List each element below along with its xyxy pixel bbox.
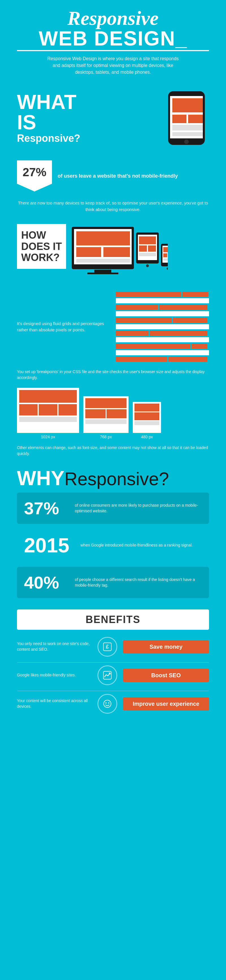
grid-bar-row: [116, 305, 209, 310]
stat-box-37: 37% of online consumers are more likely …: [17, 493, 209, 524]
grid-bar-row: [116, 318, 209, 323]
header-section: Responsive WEB DESIGN_ Responsive Web De…: [0, 0, 226, 81]
svg-point-34: [105, 702, 107, 703]
benefits-title: BENEFITS: [17, 609, 209, 630]
how-section: HOW DOES IT WORK?: [0, 218, 226, 286]
svg-rect-13: [76, 247, 101, 257]
svg-rect-7: [172, 132, 203, 136]
other-elements-text: Other elements can change, such as font-…: [0, 442, 226, 462]
money-icon: £: [102, 642, 113, 652]
svg-point-33: [103, 700, 111, 708]
grid-bar: [116, 344, 190, 349]
svg-rect-26: [163, 247, 168, 252]
header-description: Responsive Web Design is where you desig…: [45, 56, 181, 76]
svg-rect-19: [139, 236, 156, 244]
grid-bar-row: [116, 350, 209, 355]
responsive-subtext: Responsive?: [17, 132, 80, 144]
grid-bar-white: [116, 350, 209, 355]
benefit-1-text: You only need to work on one site's code…: [17, 641, 92, 652]
benefit-row-3: Your content will be consistent across a…: [17, 694, 209, 714]
header-underline: [17, 50, 209, 51]
optimise-text: There are now too many devices to keep t…: [0, 197, 226, 218]
percent-description: of users leave a website that's not mobi…: [57, 173, 209, 179]
svg-rect-6: [172, 125, 203, 130]
bp-frame-480: 480 px: [133, 402, 161, 439]
grid-bar: [182, 292, 208, 297]
svg-text:£: £: [106, 644, 109, 649]
grid-bar-row: [116, 331, 209, 336]
svg-point-25: [167, 267, 168, 270]
grid-bar: [169, 357, 208, 362]
phone-icon: [164, 90, 209, 146]
grid-bars-visual: [116, 292, 209, 362]
svg-rect-29: [163, 258, 168, 261]
divider-1: [17, 662, 209, 663]
grid-bar: [116, 318, 172, 323]
grid-bar-row: [116, 357, 209, 362]
grid-bar-row: [116, 344, 209, 349]
grid-bar-row: [116, 298, 209, 303]
stat-2015-desc: when Google introduced mobile-friendline…: [81, 542, 193, 548]
what-is-section: WHAT IS Responsive?: [0, 81, 226, 155]
benefit-3-text: Your content will be consistent across a…: [17, 698, 92, 709]
percent-badge: 27%: [17, 161, 52, 191]
why-responsive-label: Responsive?: [64, 469, 169, 489]
why-label: WHY: [17, 467, 64, 490]
is-text: IS: [17, 112, 80, 132]
devices-icon: [72, 224, 168, 280]
grid-bar: [116, 357, 167, 362]
how-title-line1: HOW: [21, 230, 62, 241]
fluid-description: It's designed using fluid grids and perc…: [17, 321, 110, 333]
grid-bar: [173, 318, 207, 323]
svg-rect-14: [103, 247, 130, 257]
stat-2015: 2015 when Google introduced mobile-frien…: [17, 528, 209, 563]
stat-2015-number: 2015: [24, 534, 75, 557]
benefits-section: BENEFITS You only need to work on one si…: [0, 605, 226, 728]
grid-bar: [159, 305, 208, 310]
svg-rect-12: [76, 231, 130, 245]
grid-bar: [191, 344, 207, 349]
how-left-box: HOW DOES IT WORK?: [17, 224, 66, 269]
svg-rect-11: [87, 272, 118, 274]
bp-label-768: 768 px: [100, 434, 112, 439]
grid-bar-white: [116, 337, 209, 342]
breakpoints-demo: 1024 px 768 px 480 px: [0, 385, 226, 442]
smiley-icon: [102, 699, 113, 709]
svg-point-35: [108, 702, 109, 703]
benefit-2-badge: Boost SEO: [123, 669, 209, 682]
benefit-1-icon: £: [97, 637, 117, 657]
svg-rect-20: [139, 245, 147, 251]
grid-bar: [116, 331, 149, 336]
seo-chart-icon: [102, 670, 113, 680]
how-title-line3: WORK?: [21, 252, 62, 263]
fluid-section: It's designed using fluid grids and perc…: [0, 286, 226, 368]
what-text: WHAT: [17, 92, 80, 112]
benefit-3-badge: Improve user experience: [123, 697, 209, 711]
why-title: WHYResponsive?: [17, 468, 209, 488]
header-title-italic: Responsive: [17, 8, 209, 28]
percent-section: 27% of users leave a website that's not …: [0, 155, 226, 197]
bp-label-1024: 1024 px: [41, 434, 55, 439]
svg-rect-27: [163, 253, 167, 257]
breakpoints-text: You set up 'breakpoints' in your CSS fil…: [0, 368, 226, 385]
bp-box-768: [83, 396, 129, 433]
stat-box-40: 40% of people choose a different search …: [17, 567, 209, 598]
benefit-2-text: Google likes mobile-friendly sites.: [17, 673, 92, 678]
svg-point-2: [184, 140, 189, 144]
grid-bar-row: [116, 324, 209, 329]
how-title-line2: DOES IT: [21, 241, 62, 252]
grid-bar: [116, 292, 181, 297]
grid-bar-row: [116, 311, 209, 316]
benefit-row-1: You only need to work on one site's code…: [17, 637, 209, 657]
bp-box-480: [133, 402, 161, 433]
bp-frame-1024: 1024 px: [17, 388, 79, 439]
grid-bar: [116, 305, 158, 310]
svg-point-18: [146, 264, 149, 267]
stat-37-desc: of online consumers are more likely to p…: [75, 503, 202, 514]
svg-rect-22: [139, 253, 156, 256]
bp-label-480: 480 px: [141, 434, 153, 439]
grid-bar-white: [116, 311, 209, 316]
grid-bar-white: [116, 324, 209, 329]
stat-40-desc: of people choose a different search resu…: [75, 577, 202, 588]
divider-2: [17, 691, 209, 691]
